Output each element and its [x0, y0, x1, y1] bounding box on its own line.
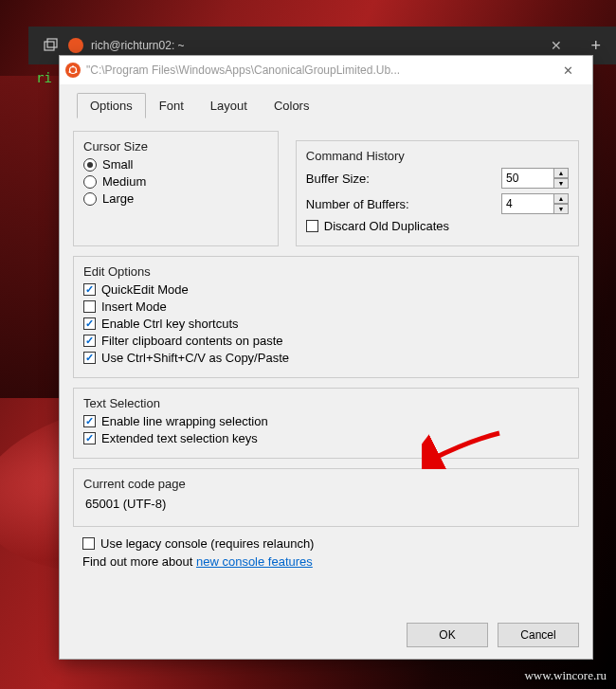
spin-down[interactable]: ▼: [553, 178, 569, 189]
radio-label: Small: [102, 157, 134, 172]
spin-down[interactable]: ▼: [553, 204, 569, 214]
radio-icon: [83, 175, 97, 189]
dialog-titlebar: "C:\Program Files\WindowsApps\CanonicalG…: [60, 56, 592, 84]
properties-dialog: "C:\Program Files\WindowsApps\CanonicalG…: [59, 55, 593, 660]
num-buffers-label: Number of Buffers:: [306, 197, 409, 211]
check-legacy-console[interactable]: Use legacy console (requires relaunch): [82, 536, 579, 551]
tabs-icon: [44, 38, 59, 53]
radio-icon: [83, 192, 97, 206]
spin-up[interactable]: ▲: [553, 168, 569, 178]
tab-close-icon[interactable]: ✕: [551, 38, 562, 53]
checkbox-label: Extended text selection keys: [101, 431, 258, 445]
check-filter-clipboard[interactable]: Filter clipboard contents on paste: [83, 334, 569, 348]
radio-label: Large: [102, 191, 134, 206]
checkbox-icon: [83, 352, 96, 364]
dialog-body: Options Font Layout Colors Cursor Size S…: [60, 84, 592, 578]
checkbox-icon: [82, 537, 95, 550]
edit-options-group: Edit Options QuickEdit Mode Insert Mode …: [73, 256, 579, 378]
check-extended-selection[interactable]: Extended text selection keys: [83, 431, 569, 445]
num-buffers-input[interactable]: [501, 193, 554, 214]
svg-rect-1: [47, 39, 57, 47]
text-selection-group: Text Selection Enable line wrapping sele…: [73, 388, 579, 459]
cursor-size-group: Cursor Size Small Medium Large: [73, 131, 279, 246]
checkbox-label: Filter clipboard contents on paste: [101, 334, 283, 348]
code-page-label: Current code page: [83, 477, 569, 491]
check-insert-mode[interactable]: Insert Mode: [83, 299, 569, 314]
checkbox-icon: [83, 415, 96, 427]
checkbox-label: QuickEdit Mode: [101, 282, 189, 297]
buffer-size-label: Buffer Size:: [306, 172, 370, 186]
checkbox-label: Insert Mode: [101, 299, 167, 314]
svg-point-5: [75, 71, 77, 73]
spin-up[interactable]: ▲: [553, 193, 569, 204]
checkbox-icon: [83, 335, 96, 347]
more-info-prefix: Find out more about: [82, 554, 196, 569]
checkbox-icon: [83, 300, 96, 313]
cursor-size-label: Cursor Size: [83, 139, 268, 154]
check-line-wrapping[interactable]: Enable line wrapping selection: [83, 414, 569, 428]
cancel-button[interactable]: Cancel: [498, 623, 579, 647]
svg-rect-0: [45, 42, 54, 50]
ok-button[interactable]: OK: [407, 623, 488, 647]
check-ctrl-shortcuts[interactable]: Enable Ctrl key shortcuts: [83, 317, 569, 331]
checkbox-icon: [83, 317, 96, 330]
svg-point-4: [69, 71, 71, 73]
tab-options[interactable]: Options: [77, 93, 146, 118]
buffer-size-input[interactable]: [501, 168, 554, 189]
watermark: www.wincore.ru: [524, 668, 607, 683]
tab-strip: Options Font Layout Colors: [77, 92, 579, 118]
code-page-value: 65001 (UTF-8): [83, 495, 569, 517]
radio-small[interactable]: Small: [83, 157, 268, 172]
checkbox-icon: [306, 220, 318, 232]
text-selection-label: Text Selection: [83, 396, 569, 410]
tab-colors[interactable]: Colors: [261, 93, 323, 118]
close-button[interactable]: ✕: [549, 63, 587, 78]
new-tab-button[interactable]: +: [590, 36, 601, 56]
check-ctrl-shift-copy-paste[interactable]: Use Ctrl+Shift+C/V as Copy/Paste: [83, 351, 569, 365]
ubuntu-icon: [65, 63, 81, 78]
radio-label: Medium: [102, 174, 146, 189]
checkbox-icon: [83, 283, 96, 296]
radio-icon: [83, 158, 97, 172]
dialog-title: "C:\Program Files\WindowsApps\CanonicalG…: [86, 63, 549, 77]
tab-font[interactable]: Font: [146, 93, 197, 118]
more-info-row: Find out more about new console features: [82, 554, 579, 569]
checkbox-label: Enable Ctrl key shortcuts: [101, 317, 239, 331]
checkbox-label: Discard Old Duplicates: [324, 219, 449, 233]
radio-large[interactable]: Large: [83, 191, 268, 206]
tab-layout[interactable]: Layout: [197, 93, 261, 118]
terminal-tab-title: rich@richturn02: ~: [91, 39, 185, 52]
edit-options-label: Edit Options: [83, 264, 569, 279]
discard-old-checkbox[interactable]: Discard Old Duplicates: [306, 219, 569, 233]
checkbox-icon: [83, 432, 96, 444]
command-history-label: Command History: [306, 149, 569, 163]
radio-medium[interactable]: Medium: [83, 174, 268, 189]
ubuntu-icon: [68, 38, 83, 53]
checkbox-label: Use legacy console (requires relaunch): [100, 536, 314, 551]
code-page-group: Current code page 65001 (UTF-8): [73, 468, 579, 527]
command-history-group: Command History Buffer Size: ▲▼ Number o…: [296, 140, 579, 246]
check-quickedit[interactable]: QuickEdit Mode: [83, 282, 569, 297]
checkbox-label: Enable line wrapping selection: [101, 414, 268, 428]
svg-point-3: [72, 65, 74, 67]
checkbox-label: Use Ctrl+Shift+C/V as Copy/Paste: [101, 351, 289, 365]
new-console-features-link[interactable]: new console features: [196, 554, 313, 569]
